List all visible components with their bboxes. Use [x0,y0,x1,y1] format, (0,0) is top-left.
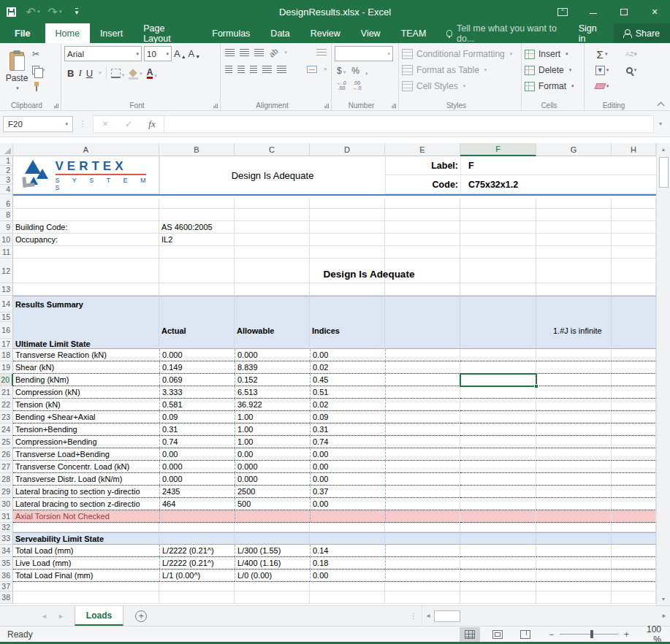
paste-button[interactable]: Paste ▾ [3,46,31,97]
cell-F36[interactable] [460,570,536,582]
cell-C11[interactable] [235,246,310,258]
row-header-13[interactable]: 13 [0,283,13,296]
cell-C35[interactable]: L/400 (1.16) [235,557,310,570]
tab-page-layout[interactable]: Page Layout [133,23,202,43]
cell-E21[interactable] [385,386,460,399]
cell-A35[interactable]: Live Load (mm) [13,557,159,570]
cell-D38[interactable] [310,591,385,604]
cell-D34[interactable]: 0.14 [310,545,385,557]
cell-A15[interactable] [13,313,159,322]
cell-C38[interactable] [235,591,310,604]
increase-indent-button[interactable] [277,66,286,73]
cell-B18[interactable]: 0.000 [159,349,235,361]
cell-C33[interactable] [235,532,310,545]
italic-button[interactable]: I [78,67,81,79]
col-header-A[interactable]: A [13,143,159,156]
cell-H19[interactable] [612,361,656,374]
cell-H26[interactable] [612,448,656,461]
format-painter-button[interactable] [32,80,45,93]
cell-H32[interactable] [612,523,656,532]
comma-style-button[interactable]: , [365,66,368,76]
cell-G38[interactable] [536,591,612,604]
cell-F28[interactable] [460,473,536,486]
zoom-slider-thumb[interactable] [590,630,593,638]
cell-A26[interactable]: Transverse Load+Bending [13,448,159,461]
scroll-down-button[interactable]: ▼ [657,593,670,605]
cell-A12[interactable] [13,258,159,283]
increase-decimal-button[interactable]: ←.0.00 [337,80,346,91]
cell-F29[interactable] [460,486,536,498]
row-header-29[interactable]: 29 [0,486,13,498]
wrap-text-button[interactable] [316,49,327,56]
cell-G36[interactable] [536,570,612,582]
normal-view-button[interactable] [460,627,480,642]
col-header-C[interactable]: C [235,143,310,156]
row-header-15[interactable]: 15 [0,313,13,322]
cell-G23[interactable] [536,411,612,423]
cell-A6[interactable] [13,199,159,209]
zoom-slider[interactable] [560,634,618,635]
row-header-19[interactable]: 19 [0,361,13,374]
cell-G26[interactable] [536,448,612,461]
cell-F35[interactable] [460,557,536,570]
cell-G19[interactable] [536,361,612,374]
cell-G28[interactable] [536,473,612,486]
cell-D31[interactable] [310,510,385,523]
cell-F15[interactable] [460,313,536,322]
cell-B35[interactable]: L/2222 (0.21^) [159,557,235,570]
cell-C23[interactable]: 1.00 [235,411,310,423]
zoom-out-button[interactable]: − [549,629,554,640]
cell-C24[interactable]: 1.00 [235,423,310,436]
cell-C17[interactable] [235,339,310,349]
cell-E17[interactable] [385,339,460,349]
cell-G30[interactable] [536,498,612,510]
cell-G14[interactable] [536,296,612,313]
cell-D23[interactable]: 0.09 [310,411,385,423]
cell-B38[interactable] [159,591,235,604]
cell-B17[interactable] [159,339,235,349]
cell-F24[interactable] [460,423,536,436]
cell-D24[interactable]: 0.31 [310,423,385,436]
cell-F38[interactable] [460,591,536,604]
page-layout-view-button[interactable] [487,627,508,642]
cell-E8[interactable] [385,209,460,221]
horizontal-scroll-thumb[interactable] [434,610,460,622]
percent-style-button[interactable]: % [351,66,359,76]
cell-D6[interactable] [310,199,385,209]
cell-A13[interactable] [13,283,159,296]
cancel-button[interactable]: × [94,119,117,129]
cell-G31[interactable] [536,510,612,523]
insert-cells-button[interactable]: Insert▾ [525,46,581,62]
cell-C16[interactable]: Allowable [235,322,310,339]
col-header-H[interactable]: H [612,143,656,156]
cell-A14[interactable]: Results Summary [13,296,159,313]
select-all-corner[interactable] [0,143,13,156]
cell-E33[interactable] [385,532,460,545]
cell-C28[interactable]: 0.000 [235,473,310,486]
cell-D28[interactable]: 0.00 [310,473,385,486]
undo-button[interactable]: ↶▾ [22,2,44,21]
cell-B28[interactable]: 0.000 [159,473,235,486]
cell-A27[interactable]: Transverse Concentr. Load (kN) [13,461,159,473]
tell-me-box[interactable]: Tell me what you want to do... [446,23,569,43]
prev-sheet-button[interactable]: ◄ [41,613,47,620]
cell-H14[interactable] [612,296,656,313]
row-header-12[interactable]: 12 [0,258,13,283]
row-header-6[interactable]: 6 [0,199,13,209]
cell-A23[interactable]: Bending +Shear+Axial [13,411,159,423]
number-format-combo[interactable]: ▾ [335,46,393,61]
cell-H15[interactable] [612,313,656,322]
cell-G35[interactable] [536,557,612,570]
cell-E18[interactable] [385,349,460,361]
cell-H33[interactable] [612,532,656,545]
row-header-35[interactable]: 35 [0,557,13,570]
cell-F32[interactable] [460,523,536,532]
tab-formulas[interactable]: Formulas [202,23,260,43]
cell-G33[interactable] [536,532,612,545]
logo-cell[interactable]: VERTEXS Y S T E M S [14,157,159,193]
next-sheet-button[interactable]: ► [58,613,64,620]
collapse-ribbon-button[interactable] [658,101,664,107]
cell-C10[interactable] [235,234,310,246]
fill-color-button[interactable]: ▾ [129,70,142,77]
cell-D35[interactable]: 0.18 [310,557,385,570]
